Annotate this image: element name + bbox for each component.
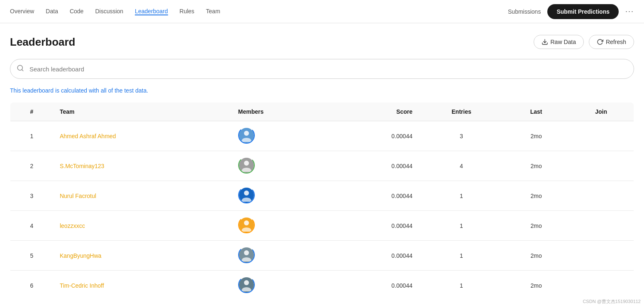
download-icon bbox=[542, 39, 548, 45]
team-name[interactable]: KangByungHwa bbox=[60, 252, 101, 259]
refresh-button[interactable]: Refresh bbox=[589, 35, 634, 49]
nav-overview[interactable]: Overview bbox=[10, 8, 34, 15]
nav-leaderboard[interactable]: Leaderboard bbox=[135, 8, 168, 15]
avatar bbox=[238, 276, 255, 293]
table-row: 2S.McTominay1230.0004442mo bbox=[10, 151, 634, 181]
svg-point-16 bbox=[244, 250, 249, 255]
team-name[interactable]: Nurul Facrotul bbox=[60, 193, 96, 199]
col-team: Team bbox=[53, 103, 232, 121]
nav-links: Overview Data Code Discussion Leaderboar… bbox=[10, 8, 508, 15]
join-cell bbox=[568, 151, 634, 181]
svg-point-7 bbox=[244, 161, 249, 166]
members-cell bbox=[232, 271, 331, 301]
refresh-icon bbox=[597, 39, 603, 45]
last-cell: 2mo bbox=[504, 211, 568, 241]
entries-cell: 1 bbox=[419, 241, 504, 271]
avatar bbox=[238, 187, 255, 203]
svg-point-13 bbox=[244, 220, 249, 225]
score-cell: 0.00044 bbox=[331, 151, 419, 181]
members-cell bbox=[232, 241, 331, 271]
submit-predictions-button[interactable]: Submit Predictions bbox=[547, 4, 619, 19]
last-cell: 2mo bbox=[504, 241, 568, 271]
score-cell: 0.00044 bbox=[331, 121, 419, 151]
score-cell: 0.00044 bbox=[331, 271, 419, 301]
col-members: Members bbox=[232, 103, 331, 121]
search-icon bbox=[17, 64, 24, 73]
info-text: This leaderboard is calculated with all … bbox=[10, 87, 634, 94]
svg-point-19 bbox=[244, 280, 249, 285]
score-cell: 0.00044 bbox=[331, 181, 419, 211]
page-title: Leaderboard bbox=[10, 36, 76, 49]
col-last: Last bbox=[504, 103, 568, 121]
table-header: # Team Members Score Entries Last Join bbox=[10, 103, 634, 121]
team-name[interactable]: Tim-Cedric Inhoff bbox=[60, 282, 104, 289]
team-name-cell[interactable]: KangByungHwa bbox=[53, 241, 232, 271]
table-row: 6Tim-Cedric Inhoff0.0004412mo bbox=[10, 271, 634, 301]
header-actions: Raw Data Refresh bbox=[534, 35, 634, 49]
entries-cell: 3 bbox=[419, 121, 504, 151]
table-row: 3Nurul Facrotul0.0004412mo bbox=[10, 181, 634, 211]
rank-cell: 2 bbox=[10, 151, 53, 181]
col-score: Score bbox=[331, 103, 419, 121]
join-cell bbox=[568, 211, 634, 241]
members-cell bbox=[232, 151, 331, 181]
svg-line-2 bbox=[22, 69, 23, 71]
join-cell bbox=[568, 181, 634, 211]
members-cell bbox=[232, 181, 331, 211]
join-cell bbox=[568, 271, 634, 301]
search-input[interactable] bbox=[10, 59, 634, 79]
nav-right: Submissions Submit Predictions ··· bbox=[508, 4, 634, 19]
avatar bbox=[238, 247, 255, 263]
svg-point-4 bbox=[244, 131, 249, 136]
top-navigation: Overview Data Code Discussion Leaderboar… bbox=[0, 0, 644, 23]
nav-discussion[interactable]: Discussion bbox=[95, 8, 123, 15]
members-cell bbox=[232, 211, 331, 241]
table-row: 1Ahmed Ashraf Ahmed0.0004432mo bbox=[10, 121, 634, 151]
raw-data-button[interactable]: Raw Data bbox=[534, 35, 584, 49]
nav-code[interactable]: Code bbox=[70, 8, 83, 15]
avatar bbox=[238, 157, 255, 174]
team-name[interactable]: S.McTominay123 bbox=[60, 163, 104, 169]
last-cell: 2mo bbox=[504, 151, 568, 181]
team-name[interactable]: Ahmed Ashraf Ahmed bbox=[60, 133, 116, 139]
avatar bbox=[238, 127, 255, 144]
col-rank: # bbox=[10, 103, 53, 121]
team-name-cell[interactable]: S.McTominay123 bbox=[53, 151, 232, 181]
entries-cell: 4 bbox=[419, 151, 504, 181]
entries-cell: 1 bbox=[419, 271, 504, 301]
team-name-cell[interactable]: Ahmed Ashraf Ahmed bbox=[53, 121, 232, 151]
refresh-label: Refresh bbox=[606, 39, 626, 45]
team-name[interactable]: leozzxxcc bbox=[60, 222, 85, 229]
col-entries: Entries bbox=[419, 103, 504, 121]
members-cell bbox=[232, 121, 331, 151]
last-cell: 2mo bbox=[504, 181, 568, 211]
search-container bbox=[10, 59, 634, 79]
last-cell: 2mo bbox=[504, 121, 568, 151]
table-row: 4leozzxxcc0.0004412mo bbox=[10, 211, 634, 241]
join-cell bbox=[568, 121, 634, 151]
entries-cell: 1 bbox=[419, 181, 504, 211]
team-name-cell[interactable]: leozzxxcc bbox=[53, 211, 232, 241]
score-cell: 0.00044 bbox=[331, 241, 419, 271]
main-content: Leaderboard Raw Data Refresh bbox=[0, 23, 644, 301]
avatar bbox=[238, 217, 255, 233]
submissions-link[interactable]: Submissions bbox=[508, 8, 541, 15]
last-cell: 2mo bbox=[504, 271, 568, 301]
col-join: Join bbox=[568, 103, 634, 121]
nav-rules[interactable]: Rules bbox=[180, 8, 195, 15]
rank-cell: 1 bbox=[10, 121, 53, 151]
watermark: CSDN @曹文杰1519030112 bbox=[583, 298, 641, 301]
nav-data[interactable]: Data bbox=[46, 8, 58, 15]
leaderboard-header: Leaderboard Raw Data Refresh bbox=[10, 35, 634, 49]
svg-point-10 bbox=[244, 191, 249, 196]
table-row: 5KangByungHwa0.0004412mo bbox=[10, 241, 634, 271]
raw-data-label: Raw Data bbox=[551, 39, 576, 45]
score-cell: 0.00044 bbox=[331, 211, 419, 241]
more-options-icon[interactable]: ··· bbox=[625, 7, 634, 16]
team-name-cell[interactable]: Tim-Cedric Inhoff bbox=[53, 271, 232, 301]
table-body: 1Ahmed Ashraf Ahmed0.0004432mo2S.McTomin… bbox=[10, 121, 634, 301]
rank-cell: 3 bbox=[10, 181, 53, 211]
team-name-cell[interactable]: Nurul Facrotul bbox=[53, 181, 232, 211]
rank-cell: 5 bbox=[10, 241, 53, 271]
nav-team[interactable]: Team bbox=[206, 8, 220, 15]
